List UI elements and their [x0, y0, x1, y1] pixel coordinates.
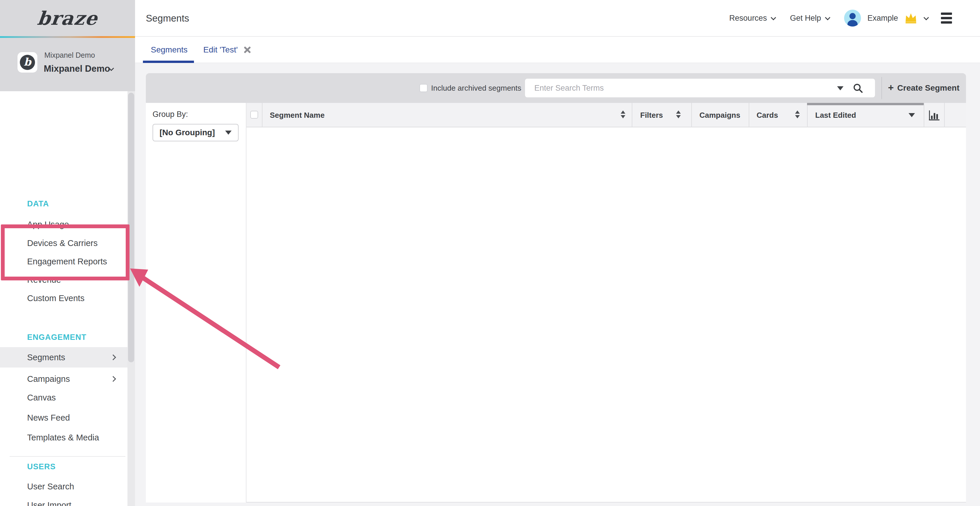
workspace-app-icon: b	[18, 52, 37, 73]
sidebar-item-devices-carriers[interactable]: Devices & Carriers	[0, 234, 127, 252]
create-segment-button[interactable]: + Create Segment	[881, 73, 966, 103]
chevron-down-icon[interactable]	[923, 15, 929, 20]
resources-menu[interactable]: Resources	[729, 14, 775, 23]
chevron-down-icon	[771, 15, 776, 20]
top-bar: Segments Resources Get Help Example	[135, 0, 980, 37]
sidebar-item-segments[interactable]: Segments	[0, 347, 127, 368]
search-icon[interactable]	[853, 83, 863, 94]
column-divider	[632, 103, 632, 127]
sidebar-section-engagement: ENGAGEMENT	[27, 333, 87, 342]
plus-icon: +	[888, 82, 894, 92]
close-icon[interactable]	[243, 46, 251, 54]
column-last-edited[interactable]: Last Edited	[815, 103, 856, 127]
sidebar-item-app-usage[interactable]: App Usage	[0, 215, 127, 234]
chevron-right-icon	[110, 376, 116, 382]
column-segment-name[interactable]: Segment Name	[270, 103, 325, 127]
include-archived-label: Include archived segments	[431, 73, 521, 103]
group-by-select[interactable]: [No Grouping]	[153, 124, 239, 141]
column-divider	[691, 103, 692, 127]
tab-bar: Segments Edit 'Test'	[135, 37, 980, 63]
tab-edit-test[interactable]: Edit 'Test'	[203, 37, 251, 63]
search-dropdown-caret-icon[interactable]	[837, 86, 843, 90]
menu-icon[interactable]	[941, 13, 952, 24]
top-nav: Resources Get Help Example	[729, 0, 952, 36]
sidebar-item-revenue[interactable]: Revenue	[0, 271, 127, 289]
column-divider	[924, 103, 924, 127]
tab-segments[interactable]: Segments	[151, 37, 188, 63]
sidebar-section-data: DATA	[27, 199, 49, 208]
column-divider	[749, 103, 749, 127]
sidebar-item-user-import[interactable]: User Import	[0, 496, 127, 506]
segments-table-body	[247, 127, 966, 503]
sidebar-item-user-search[interactable]: User Search	[0, 477, 127, 496]
group-by-panel: Group By: [No Grouping]	[146, 103, 247, 503]
column-divider	[807, 103, 808, 127]
column-filters[interactable]: Filters	[640, 103, 663, 127]
column-divider	[944, 103, 945, 127]
sort-icon[interactable]	[620, 111, 625, 118]
sidebar-brand-header: braze	[0, 0, 135, 36]
group-by-label: Group By:	[153, 110, 188, 119]
include-archived-checkbox[interactable]	[419, 84, 428, 92]
sidebar-item-custom-events[interactable]: Custom Events	[0, 289, 127, 308]
braze-b-glyph: b	[24, 57, 31, 67]
chevron-right-icon	[110, 354, 116, 360]
sort-icon[interactable]	[676, 111, 681, 118]
sidebar-item-canvas[interactable]: Canvas	[0, 388, 127, 407]
search-box	[525, 79, 875, 97]
column-divider	[262, 103, 262, 127]
column-cards[interactable]: Cards	[757, 103, 778, 127]
column-campaigns[interactable]: Campaigns	[699, 103, 740, 127]
workspace-selector[interactable]: b Mixpanel Demo Mixpanel Demo	[0, 38, 135, 91]
select-caret-icon	[225, 130, 232, 135]
user-avatar-icon[interactable]	[844, 10, 861, 27]
sidebar-item-news-feed[interactable]: News Feed	[0, 408, 127, 427]
sort-desc-icon[interactable]	[908, 113, 915, 117]
chevron-down-icon	[825, 15, 830, 20]
workspace-name: Mixpanel Demo	[44, 63, 110, 74]
sidebar-scrollbar-thumb[interactable]	[128, 93, 134, 362]
page-title: Segments	[146, 13, 189, 24]
select-all-checkbox[interactable]	[250, 111, 258, 119]
crown-icon	[904, 12, 917, 24]
sidebar-item-templates-media[interactable]: Templates & Media	[0, 428, 127, 447]
sidebar-item-campaigns[interactable]: Campaigns	[0, 370, 127, 388]
active-tab-underline	[143, 60, 194, 63]
segments-toolbar: Include archived segments + Create Segme…	[146, 73, 966, 103]
search-input[interactable]	[525, 79, 875, 97]
sidebar-item-engagement-reports[interactable]: Engagement Reports	[0, 252, 127, 271]
get-help-menu[interactable]: Get Help	[790, 14, 829, 23]
bar-chart-icon[interactable]	[928, 110, 940, 121]
sidebar-divider	[10, 456, 126, 457]
user-name[interactable]: Example	[867, 14, 898, 23]
braze-logo: braze	[36, 7, 99, 29]
sort-icon[interactable]	[795, 111, 800, 118]
workspace-eyebrow: Mixpanel Demo	[45, 51, 95, 59]
segments-table-header: Segment Name Filters Campaigns Cards Las…	[247, 103, 966, 127]
sidebar: DATA App Usage Devices & Carriers Engage…	[0, 91, 135, 506]
sidebar-section-users: USERS	[27, 462, 56, 471]
